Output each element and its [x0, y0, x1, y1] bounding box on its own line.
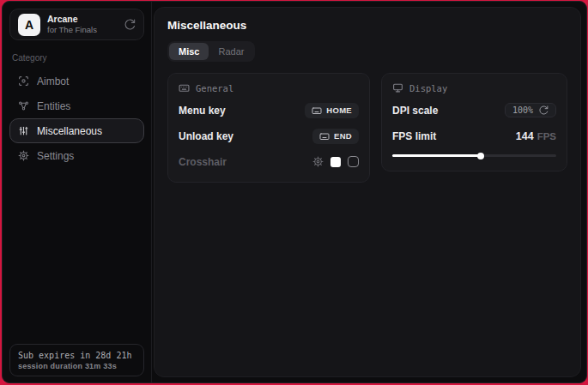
desktop-background: { "colors": { "desktop_accent": "#d4163f… — [0, 0, 588, 385]
tab-radar[interactable]: Radar — [209, 43, 253, 60]
sidebar-item-settings[interactable]: Settings — [9, 143, 144, 168]
sidebar: A Arcane for The Finals Category Aimbot — [3, 2, 152, 382]
app-header: A Arcane for The Finals — [9, 9, 144, 40]
entities-icon — [18, 100, 29, 111]
scan-icon — [18, 75, 29, 87]
fps-limit-slider[interactable] — [392, 152, 556, 159]
keyboard-icon — [179, 82, 190, 93]
main-panel: Miscellaneous Misc Radar Gene — [154, 7, 581, 377]
tab-bar: Misc Radar — [167, 41, 255, 62]
sliders-icon — [18, 125, 29, 136]
refresh-icon[interactable] — [539, 105, 549, 115]
sidebar-item-label: Aimbot — [37, 75, 69, 87]
menu-key-label: Menu key — [179, 105, 226, 117]
sidebar-item-label: Miscellaneous — [37, 125, 102, 137]
app-name: Arcane — [47, 14, 97, 25]
general-card: General Menu key HOME — [167, 73, 370, 183]
refresh-icon[interactable] — [124, 19, 136, 30]
menu-key-row: Menu key HOME — [179, 101, 359, 119]
app-window: A Arcane for The Finals Category Aimbot — [2, 1, 587, 383]
category-label: Category — [12, 53, 142, 63]
crosshair-settings-gear-icon[interactable] — [312, 156, 324, 167]
menu-key-value: HOME — [326, 105, 352, 115]
dpi-scale-row: DPI scale 100% — [392, 101, 556, 119]
slider-fill — [392, 154, 481, 157]
sidebar-item-label: Settings — [37, 150, 74, 162]
keyboard-icon — [319, 131, 330, 141]
page-title: Miscellaneous — [167, 19, 567, 32]
crosshair-checkbox[interactable] — [348, 156, 359, 167]
dpi-scale-control[interactable]: 100% — [505, 103, 556, 117]
session-duration-text: session duration 31m 33s — [18, 362, 136, 370]
unload-key-row: Unload key END — [179, 127, 359, 145]
tab-misc[interactable]: Misc — [169, 43, 209, 60]
menu-key-bind-button[interactable]: HOME — [305, 103, 359, 118]
sidebar-item-miscellaneous[interactable]: Miscellaneous — [9, 118, 144, 143]
crosshair-color-swatch[interactable] — [330, 157, 341, 167]
monitor-icon — [392, 82, 403, 93]
display-card: Display DPI scale 100% FPS limit — [381, 73, 567, 171]
dpi-scale-value: 100% — [512, 105, 533, 115]
unload-key-value: END — [334, 131, 352, 141]
keyboard-icon — [312, 105, 322, 116]
unload-key-bind-button[interactable]: END — [312, 129, 359, 144]
crosshair-row: Crosshair — [179, 153, 359, 171]
slider-thumb[interactable] — [477, 153, 484, 159]
general-card-title: General — [196, 83, 233, 93]
app-logo: A — [18, 14, 40, 36]
subscription-info: Sub expires in 28d 21h session duration … — [9, 344, 144, 376]
fps-limit-label: FPS limit — [392, 130, 436, 142]
sidebar-item-entities[interactable]: Entities — [9, 93, 144, 118]
gear-icon — [18, 150, 29, 161]
sub-expiry-text: Sub expires in 28d 21h — [18, 351, 136, 360]
app-subtitle: for The Finals — [47, 25, 97, 35]
sidebar-item-label: Entities — [37, 100, 70, 112]
fps-limit-row: FPS limit 144 FPS — [392, 127, 556, 145]
unload-key-label: Unload key — [179, 130, 233, 142]
fps-limit-value: 144 — [516, 130, 534, 142]
dpi-scale-label: DPI scale — [392, 105, 438, 117]
display-card-title: Display — [409, 83, 447, 93]
crosshair-label: Crosshair — [179, 156, 227, 168]
fps-limit-unit: FPS — [537, 131, 556, 141]
sidebar-item-aimbot[interactable]: Aimbot — [9, 69, 144, 93]
